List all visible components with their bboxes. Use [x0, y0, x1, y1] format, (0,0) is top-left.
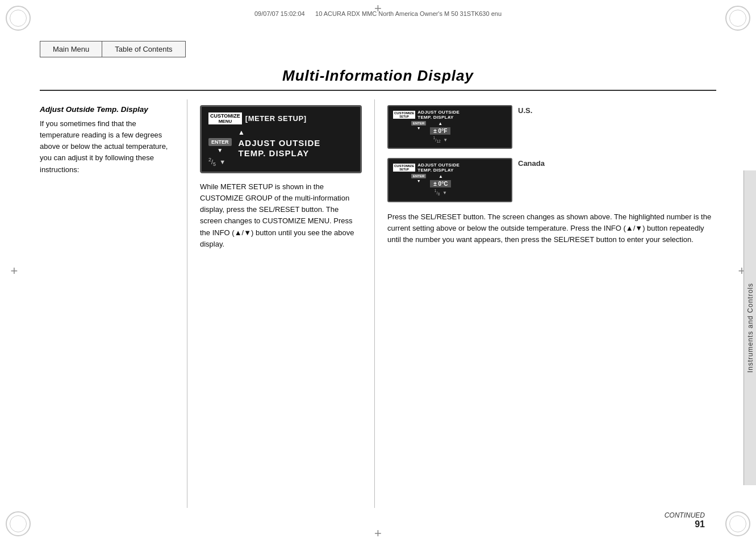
page-title: Multi-Information Display [0, 67, 756, 85]
col-right-text: Press the SEL/RESET button. The screen c… [387, 211, 715, 245]
title-rule [40, 90, 716, 91]
canada-panel: CUSTOMIZE SETUP ADJUST OUTSIDE TEMP. DIS… [387, 158, 715, 205]
col-left: Adjust Outside Temp. Display If you some… [40, 99, 187, 508]
meta-doc-info: 10 ACURA RDX MMC North America Owner's M… [315, 10, 502, 17]
col-mid-text: While METER SETUP is shown in the CUSTOM… [200, 181, 362, 250]
canada-screen-container: CUSTOMIZE SETUP ADJUST OUTSIDE TEMP. DIS… [387, 158, 512, 205]
screen-customize-label: CUSTOMIZE MENU [208, 112, 242, 124]
ss-enter-us: ENTER ▼ [411, 121, 426, 143]
us-panel: CUSTOMIZE SETUP ADJUST OUTSIDE TEMP. DIS… [387, 105, 715, 152]
ss-customize-canada: CUSTOMIZE SETUP [393, 164, 415, 172]
ss-value-canada: ± 0°C [430, 180, 451, 187]
enter-button-display: ENTER [208, 138, 232, 146]
ss-fraction-canada: 1/8 ▼ [435, 189, 447, 196]
crosshair-bottom [370, 525, 387, 542]
meta-line: 09/07/07 15:02:04 10 ACURA RDX MMC North… [40, 10, 716, 17]
ss-value-us: ± 0°F [430, 127, 450, 135]
side-tab-text: Instruments and Controls [746, 283, 754, 373]
col-mid: CUSTOMIZE MENU [METER SETUP] ▲ ENTER ▼ A… [187, 99, 375, 508]
continued-label: CONTINUED [665, 511, 705, 519]
ss-title-us: ADJUST OUTSIDE TEMP. DISPLAY [417, 110, 460, 120]
col-right: CUSTOMIZE SETUP ADJUST OUTSIDE TEMP. DIS… [375, 99, 715, 508]
us-screen: CUSTOMIZE SETUP ADJUST OUTSIDE TEMP. DIS… [387, 105, 512, 149]
screen-bracket-title: [METER SETUP] [245, 114, 307, 123]
content-area: Adjust Outside Temp. Display If you some… [40, 99, 715, 508]
main-menu-button[interactable]: Main Menu [40, 41, 102, 57]
section-body: If you sometimes find that the temperatu… [40, 118, 176, 176]
screen-enter-block: ENTER ▼ [208, 138, 232, 153]
screen-fraction: 2/5 ▼ [208, 157, 225, 167]
nav-bar: Main Menu Table of Contents [40, 41, 186, 57]
corner-decoration-bl [6, 511, 31, 536]
page-number: 91 [695, 519, 705, 530]
corner-decoration-tr [725, 6, 750, 31]
ss-enter-canada: ENTER ▼ [411, 174, 426, 196]
us-screen-container: CUSTOMIZE SETUP ADJUST OUTSIDE TEMP. DIS… [387, 105, 512, 152]
ss-title-canada: ADJUST OUTSIDE TEMP. DISPLAY [417, 162, 460, 173]
meter-setup-screen: CUSTOMIZE MENU [METER SETUP] ▲ ENTER ▼ A… [200, 105, 362, 173]
crosshair-left [6, 262, 23, 280]
meta-timestamp: 09/07/07 15:02:04 [254, 10, 305, 17]
canada-screen: CUSTOMIZE SETUP ADJUST OUTSIDE TEMP. DIS… [387, 158, 512, 202]
ss-customize-us: CUSTOMIZE SETUP [393, 111, 415, 119]
table-of-contents-button[interactable]: Table of Contents [102, 41, 185, 57]
label-canada: Canada [518, 159, 545, 168]
screen-big-text: ADJUST OUTSIDE TEMP. DISPLAY [239, 138, 321, 159]
side-tab: Instruments and Controls [744, 170, 756, 485]
corner-decoration-tl [6, 6, 31, 31]
corner-decoration-br [725, 511, 750, 536]
label-us: U.S. [518, 106, 532, 115]
ss-fraction-us: 1/12 ▼ [433, 136, 448, 143]
section-title: Adjust Outside Temp. Display [40, 105, 176, 114]
